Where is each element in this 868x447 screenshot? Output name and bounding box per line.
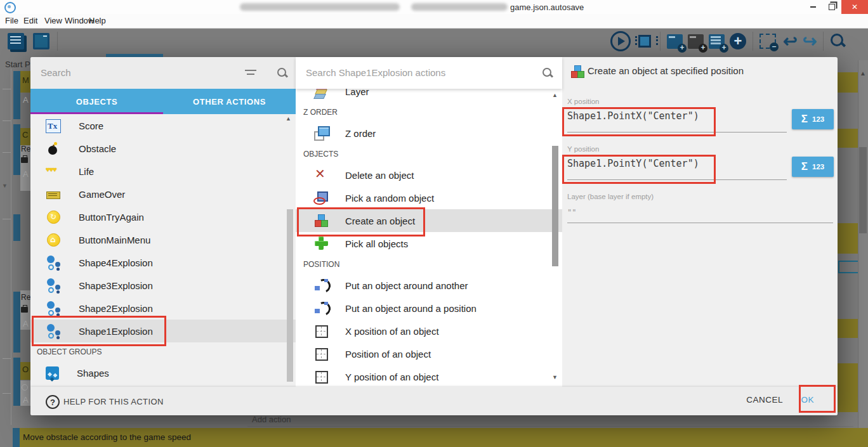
sigma-icon: Σ: [801, 113, 808, 126]
undo-icon[interactable]: ↩: [783, 32, 798, 51]
gameover-icon: [46, 187, 61, 202]
filter-icon[interactable]: [245, 70, 258, 79]
action-list-scrollbar-thumb[interactable]: [552, 146, 558, 266]
object-list-scrollbar-thumb[interactable]: [287, 209, 293, 382]
scroll-up-icon[interactable]: [860, 70, 866, 77]
action-list-item[interactable]: Create an object: [296, 209, 562, 232]
start-page-tab[interactable]: Start P: [5, 60, 30, 69]
event-tick: [3, 89, 11, 89]
plus-badge-icon: [699, 44, 707, 53]
event-tick: [3, 219, 11, 219]
dialog-footer: HELP FOR THIS ACTION CANCEL OK: [30, 387, 838, 415]
events-scrollbar[interactable]: [858, 60, 868, 447]
minus-badge-icon: [770, 42, 779, 51]
field-underline: [567, 223, 833, 223]
debug-icon[interactable]: [638, 35, 651, 48]
action-list-item[interactable]: Pick a random object: [296, 186, 562, 209]
title-bar: game.json.autosave: [0, 0, 868, 15]
plus-badge-icon: [720, 44, 728, 53]
minimize-button[interactable]: [803, 0, 822, 14]
add-comment-icon[interactable]: [688, 34, 704, 49]
menu-file[interactable]: File: [5, 16, 18, 25]
action-search-placeholder: Search Shape1Explosion actions: [306, 67, 445, 78]
action-search-bar[interactable]: Search Shape1Explosion actions: [296, 57, 562, 89]
toolbar-right: ↩ ↪: [610, 30, 846, 52]
project-manager-icon[interactable]: [8, 33, 24, 49]
redo-icon[interactable]: ↪: [803, 32, 817, 51]
play-icon[interactable]: [610, 31, 631, 51]
object-groups-header: OBJECT GROUPS: [30, 342, 296, 361]
item-label: X position of an object: [345, 326, 439, 337]
add-subevent-icon[interactable]: [709, 34, 725, 49]
object-list-item[interactable]: Life: [30, 160, 296, 183]
x-position-field[interactable]: Shape1.PointX("Center"): [567, 110, 699, 122]
scroll-down-icon[interactable]: [552, 374, 558, 380]
action-list-item[interactable]: X position of an object: [296, 320, 562, 342]
expression-editor-button[interactable]: Σ 123: [792, 109, 834, 129]
menu-view[interactable]: View: [44, 16, 62, 25]
focused-add-action-outline: [838, 261, 860, 273]
menu-edit[interactable]: Edit: [23, 16, 37, 25]
object-list-item[interactable]: GameOver: [30, 183, 296, 205]
add-circle-icon[interactable]: [730, 33, 746, 49]
item-label: Y position of an object: [345, 372, 438, 382]
scene-editor-icon[interactable]: [33, 33, 49, 49]
field-underline: [567, 132, 787, 133]
object-list-item[interactable]: Obstacle: [30, 137, 296, 160]
help-for-action-link[interactable]: HELP FOR THIS ACTION: [63, 397, 164, 406]
collapse-arrow-icon[interactable]: ▼: [2, 183, 8, 189]
menu-help[interactable]: Help: [89, 16, 106, 25]
item-label: Shape2Explosion: [79, 303, 153, 314]
object-list-item[interactable]: Shape3Explosion: [30, 274, 296, 297]
object-search-bar[interactable]: Search: [30, 57, 296, 89]
action-list-item[interactable]: Z order: [296, 122, 562, 145]
action-list-item[interactable]: Put an object around a position: [296, 297, 562, 320]
object-panel-tabs: OBJECTS OTHER ACTIONS: [30, 89, 296, 114]
scroll-up-icon[interactable]: [552, 92, 558, 98]
x-position-label: X position: [567, 98, 600, 105]
event-indent-bar: [13, 124, 20, 175]
events-margin-line: [11, 68, 11, 425]
scroll-up-icon[interactable]: [286, 115, 291, 122]
search-toolbar-icon[interactable]: [830, 33, 846, 49]
action-list-item[interactable]: Delete an object: [296, 164, 562, 186]
object-list-item[interactable]: ButtonMainMenu: [30, 228, 296, 251]
add-action-link[interactable]: Add action: [252, 415, 291, 424]
object-list-item[interactable]: Score: [30, 114, 296, 137]
group-list-item[interactable]: Shapes: [30, 361, 296, 384]
action-category-header: Z ORDER: [296, 103, 562, 122]
cancel-button[interactable]: CANCEL: [742, 394, 787, 405]
object-list-item[interactable]: Shape2Explosion: [30, 297, 296, 320]
action-parameters-panel: Create an object at specified position X…: [562, 57, 838, 415]
object-list-item[interactable]: Shape4Explosion: [30, 251, 296, 274]
item-label: ButtonTryAgain: [79, 212, 144, 223]
tab-objects[interactable]: OBJECTS: [30, 89, 163, 114]
event-text-fragment: C: [22, 130, 28, 139]
object-list-item[interactable]: Shape1Explosion: [30, 320, 296, 342]
ok-button[interactable]: OK: [797, 394, 818, 405]
add-event-icon[interactable]: [667, 34, 683, 49]
action-list-item[interactable]: Put an object around another: [296, 274, 562, 297]
layer-field[interactable]: "": [567, 208, 576, 217]
around-icon: [313, 301, 329, 316]
action-list-item[interactable]: Y position of an object: [296, 365, 562, 388]
action-list-item[interactable]: Pick all objects: [296, 232, 562, 255]
tab-other-actions[interactable]: OTHER ACTIONS: [163, 89, 296, 114]
action-list-item[interactable]: Position of an object: [296, 342, 562, 365]
restore-button[interactable]: [822, 0, 841, 14]
home-button-icon: [46, 232, 61, 247]
briefcase-icon: [21, 307, 28, 313]
event-text-fragment: Re: [21, 145, 30, 153]
event-condition-row: [838, 363, 858, 412]
event-condition-row: [838, 223, 858, 254]
events-scrollbar-thumb[interactable]: [859, 147, 867, 233]
object-list-item[interactable]: ButtonTryAgain: [30, 205, 296, 228]
item-label: Shape4Explosion: [79, 257, 153, 268]
expression-editor-button[interactable]: Σ 123: [792, 157, 834, 177]
event-tick: [3, 393, 11, 394]
close-button[interactable]: [841, 0, 868, 14]
item-label: Score: [79, 120, 103, 131]
remove-selection-icon[interactable]: [760, 34, 776, 49]
y-position-field[interactable]: Shape1.PointY("Center"): [567, 158, 699, 169]
event-comment-text: Move obstacle according to the game spee…: [23, 432, 191, 442]
